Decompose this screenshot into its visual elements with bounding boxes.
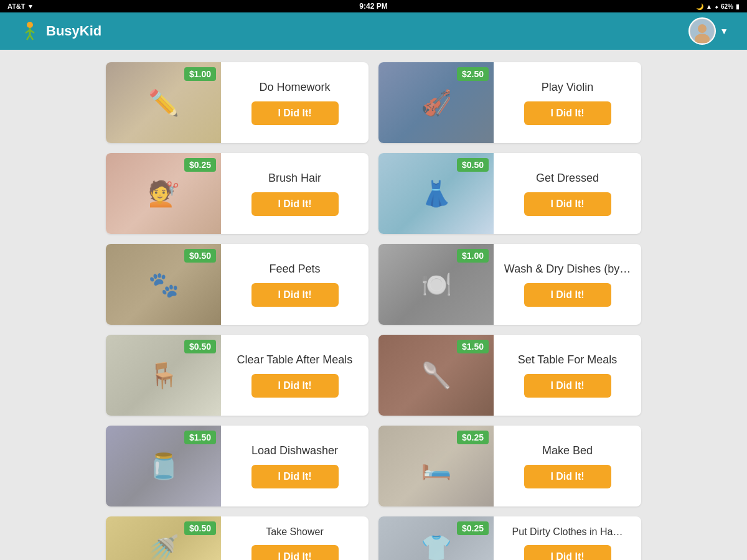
chore-price-set-table: $1.50 (457, 340, 489, 353)
chore-card-wash-dishes: 🍽️ $1.00 Wash & Dry Dishes (by… I Did It… (378, 244, 641, 325)
logo: BusyKid (19, 20, 101, 42)
did-it-button-load-dishwasher[interactable]: I Did It! (251, 465, 339, 488)
chore-card-load-dishwasher: 🫙 $1.50 Load Dishwasher I Did It! (106, 426, 369, 506)
chore-info-take-shower: Take Shower I Did It! (221, 516, 369, 560)
chore-title-dirty-clothes: Put Dirty Clothes in Ha… (512, 526, 623, 538)
did-it-button-get-dressed[interactable]: I Did It! (524, 192, 611, 216)
wifi-icon: ▾ (29, 2, 32, 11)
chore-grid: ✏️ $1.00 Do Homework I Did It! 🎻 $2.50 P… (106, 62, 641, 560)
chore-card-clear-table: 🪑 $0.50 Clear Table After Meals I Did It… (106, 335, 369, 416)
chore-card-set-table: 🥄 $1.50 Set Table For Meals I Did It! (378, 335, 641, 416)
chore-card-make-bed: 🛏️ $0.25 Make Bed I Did It! (378, 426, 641, 506)
time-display: 9:42 PM (359, 2, 387, 11)
chore-card-dirty-clothes: 👕 $0.25 Put Dirty Clothes in Ha… I Did I… (378, 516, 641, 560)
chore-price-brush-hair: $0.25 (184, 158, 216, 172)
status-bar: AT&T ▾ 9:42 PM 🌙 ▲ ⬥ 62% ▮ (0, 0, 747, 12)
chore-card-do-homework: ✏️ $1.00 Do Homework I Did It! (106, 62, 369, 143)
did-it-button-set-table[interactable]: I Did It! (524, 374, 611, 398)
user-avatar[interactable] (688, 17, 716, 45)
chore-card-feed-pets: 🐾 $0.50 Feed Pets I Did It! (106, 244, 369, 325)
chore-info-violin: Play Violin I Did It! (494, 62, 641, 143)
chore-card-violin: 🎻 $2.50 Play Violin I Did It! (378, 62, 641, 143)
chore-image-wash-dishes: 🍽️ $1.00 (378, 244, 494, 325)
chore-price-load-dishwasher: $1.50 (184, 431, 216, 444)
battery-icon: ▮ (736, 3, 740, 10)
chore-title-brush-hair: Brush Hair (268, 172, 321, 185)
busykid-logo-icon (19, 20, 41, 42)
chore-image-do-homework: ✏️ $1.00 (106, 62, 221, 143)
bluetooth-icon: ⬥ (715, 3, 718, 10)
did-it-button-dirty-clothes[interactable]: I Did It! (524, 545, 611, 560)
chore-price-dirty-clothes: $0.25 (457, 521, 489, 535)
did-it-button-take-shower[interactable]: I Did It! (251, 545, 339, 560)
chore-info-dirty-clothes: Put Dirty Clothes in Ha… I Did It! (494, 516, 641, 560)
chore-info-get-dressed: Get Dressed I Did It! (494, 153, 641, 234)
status-left: AT&T ▾ (7, 2, 32, 11)
chore-title-take-shower: Take Shower (266, 526, 324, 538)
chore-image-dirty-clothes: 👕 $0.25 (378, 516, 494, 560)
chore-title-do-homework: Do Homework (259, 81, 330, 94)
did-it-button-wash-dishes[interactable]: I Did It! (524, 283, 611, 307)
chore-price-wash-dishes: $1.00 (457, 249, 489, 263)
main-content: ✏️ $1.00 Do Homework I Did It! 🎻 $2.50 P… (0, 50, 747, 560)
svg-line-4 (27, 35, 30, 40)
did-it-button-do-homework[interactable]: I Did It! (251, 101, 339, 125)
chore-image-set-table: 🥄 $1.50 (378, 335, 494, 416)
user-dropdown-arrow[interactable]: ▼ (720, 26, 728, 36)
chore-title-make-bed: Make Bed (542, 444, 593, 457)
svg-line-5 (30, 35, 33, 40)
chore-image-load-dishwasher: 🫙 $1.50 (106, 426, 221, 506)
chore-info-do-homework: Do Homework I Did It! (221, 62, 369, 143)
chore-title-clear-table: Clear Table After Meals (237, 353, 353, 366)
chore-title-load-dishwasher: Load Dishwasher (251, 444, 338, 457)
location-icon: ▲ (706, 3, 712, 10)
chore-image-make-bed: 🛏️ $0.25 (378, 426, 494, 506)
chore-price-get-dressed: $0.50 (457, 158, 489, 172)
chore-image-violin: 🎻 $2.50 (378, 62, 494, 143)
chore-image-clear-table: 🪑 $0.50 (106, 335, 221, 416)
chore-card-brush-hair: 💇 $0.25 Brush Hair I Did It! (106, 153, 369, 234)
chore-image-brush-hair: 💇 $0.25 (106, 153, 221, 234)
chore-price-feed-pets: $0.50 (184, 249, 216, 263)
svg-point-0 (27, 22, 33, 28)
chore-price-take-shower: $0.50 (184, 521, 216, 535)
did-it-button-brush-hair[interactable]: I Did It! (251, 192, 339, 216)
chore-info-brush-hair: Brush Hair I Did It! (221, 153, 369, 234)
status-right: 🌙 ▲ ⬥ 62% ▮ (696, 3, 740, 10)
did-it-button-clear-table[interactable]: I Did It! (251, 374, 339, 398)
app-name: BusyKid (46, 23, 101, 39)
app-header: BusyKid ▼ (0, 12, 747, 50)
chore-image-feed-pets: 🐾 $0.50 (106, 244, 221, 325)
did-it-button-violin[interactable]: I Did It! (524, 101, 611, 125)
chore-info-load-dishwasher: Load Dishwasher I Did It! (221, 426, 369, 506)
chore-info-make-bed: Make Bed I Did It! (494, 426, 641, 506)
chore-image-get-dressed: 👗 $0.50 (378, 153, 494, 234)
chore-title-feed-pets: Feed Pets (269, 263, 320, 276)
chore-info-feed-pets: Feed Pets I Did It! (221, 244, 369, 325)
header-right[interactable]: ▼ (688, 17, 728, 45)
carrier-label: AT&T (7, 2, 26, 10)
chore-price-do-homework: $1.00 (184, 67, 216, 81)
chore-info-set-table: Set Table For Meals I Did It! (494, 335, 641, 416)
svg-point-7 (698, 24, 707, 33)
did-it-button-feed-pets[interactable]: I Did It! (251, 283, 339, 307)
chore-title-get-dressed: Get Dressed (536, 172, 599, 185)
chore-info-wash-dishes: Wash & Dry Dishes (by… I Did It! (494, 244, 641, 325)
moon-icon: 🌙 (696, 3, 703, 10)
chore-title-violin: Play Violin (542, 81, 594, 94)
chore-price-clear-table: $0.50 (184, 340, 216, 353)
chore-card-take-shower: 🚿 $0.50 Take Shower I Did It! (106, 516, 369, 560)
chore-title-wash-dishes: Wash & Dry Dishes (by… (504, 263, 631, 276)
chore-price-violin: $2.50 (457, 67, 489, 81)
battery-label: 62% (721, 3, 733, 10)
chore-card-get-dressed: 👗 $0.50 Get Dressed I Did It! (378, 153, 641, 234)
chore-price-make-bed: $0.25 (457, 431, 489, 444)
chore-image-take-shower: 🚿 $0.50 (106, 516, 221, 560)
did-it-button-make-bed[interactable]: I Did It! (524, 465, 611, 488)
chore-title-set-table: Set Table For Meals (518, 353, 618, 366)
avatar-image (690, 19, 714, 43)
chore-info-clear-table: Clear Table After Meals I Did It! (221, 335, 369, 416)
